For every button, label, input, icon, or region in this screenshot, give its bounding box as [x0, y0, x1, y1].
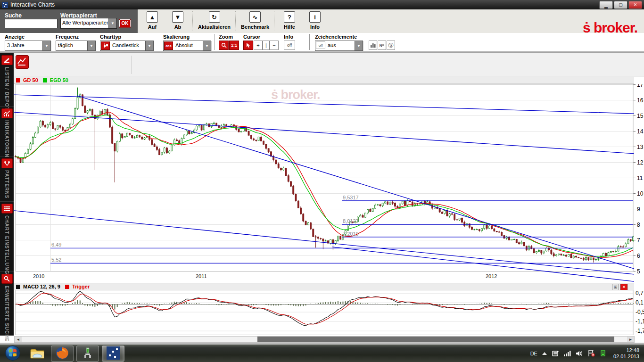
bar-chart-icon — [371, 42, 376, 49]
zoom-1to1-button[interactable]: 1:1 — [229, 41, 239, 50]
hilfe-button[interactable]: ?Hilfe — [277, 9, 302, 33]
cursor-vline-button[interactable]: | — [263, 41, 270, 50]
cursor-arrow-button[interactable] — [243, 41, 253, 50]
svg-text:6: 6 — [637, 253, 640, 259]
charts-app-icon — [106, 346, 120, 361]
svg-text:-1,7: -1,7 — [636, 328, 644, 334]
frequenz-dropdown[interactable]: täglich▼ — [56, 41, 96, 51]
charttyp-label: Charttyp — [100, 34, 121, 40]
splits-icon: Ⓢ — [388, 42, 394, 49]
taskbar-app-firefox[interactable] — [51, 346, 74, 362]
sidebar-item-indikatoren[interactable]: INDIKATOREN — [0, 107, 14, 156]
separator — [192, 11, 193, 31]
macd-legend-swatch — [16, 285, 20, 289]
chevron-down-icon[interactable]: ▼ — [108, 18, 116, 28]
charttyp-dropdown[interactable]: Candlestick▼ — [100, 41, 154, 51]
zeichenelemente-dropdown[interactable]: off aus▼ — [315, 41, 363, 51]
network-signal-icon[interactable] — [563, 350, 571, 357]
splits-button[interactable]: Ⓢ — [387, 41, 395, 50]
anzeige-label: Anzeige — [5, 34, 25, 40]
volume-bars-button[interactable] — [369, 41, 377, 50]
zoom-magnifier-button[interactable] — [219, 41, 229, 50]
zeichenelemente-label: Zeichenelemente — [315, 34, 357, 40]
search-input[interactable] — [5, 19, 58, 28]
benchmark-button[interactable]: ∿Benchmark — [238, 9, 272, 33]
horizontal-scrollbar[interactable]: ◄ ► — [14, 336, 635, 343]
clock-date: 02.01.2013 — [613, 354, 639, 360]
explorer-icon — [29, 346, 45, 361]
toolbar-button-label: Aktualisieren — [198, 24, 231, 30]
cursor-cross-button[interactable]: + — [254, 41, 263, 50]
scroll-thumb[interactable] — [257, 337, 614, 342]
language-indicator[interactable]: DE — [530, 351, 537, 356]
title-bar: Interactive Charts ▂ ▢ ✕ — [0, 0, 644, 9]
taskbar-clock[interactable]: 12:48 02.01.2013 — [611, 347, 639, 360]
skalierung-dropdown[interactable]: abs Absolut▼ — [163, 41, 211, 51]
question-icon: ? — [284, 11, 295, 23]
auf-button[interactable]: ▲Auf — [140, 9, 165, 33]
info-off-button[interactable]: off — [284, 41, 295, 50]
macd-legend-label: MACD 12, 26, 9 — [23, 284, 60, 289]
ok-button[interactable]: OK — [119, 19, 131, 28]
toolbar-button-label: Auf — [148, 24, 157, 30]
legend-swatch — [16, 78, 20, 82]
chevron-down-icon: ▼ — [355, 41, 363, 50]
sidebar-item-label: LISTEN / DEPOT — [4, 67, 9, 110]
remote-device-icon[interactable] — [552, 350, 559, 357]
separator — [274, 11, 275, 31]
macd-close-button[interactable]: ✕ — [620, 284, 627, 290]
chevron-down-icon: ▼ — [42, 41, 50, 50]
chevron-down-icon: ▼ — [87, 41, 95, 50]
taskbar-app-charts-app[interactable] — [102, 346, 124, 362]
firefox-icon — [55, 346, 69, 361]
macd-expand-button[interactable]: ⊞ — [612, 284, 619, 290]
legend-swatch — [43, 78, 47, 82]
svg-text:7,2019: 7,2019 — [343, 231, 359, 237]
patterns-icon — [1, 158, 13, 168]
svg-text:-0,5: -0,5 — [636, 309, 644, 315]
sidebar-item-erweiterte-suche[interactable]: ERWEITERTE SUCHE — [0, 272, 14, 336]
taskbar-app-explorer[interactable] — [26, 346, 48, 361]
news-button[interactable]: N≡ — [378, 41, 386, 50]
security-type-dropdown[interactable]: Alle Wertpapierarten ▼ — [60, 18, 117, 29]
svg-text:5,52: 5,52 — [51, 257, 61, 263]
cursor-label: Cursor — [243, 34, 260, 40]
taskbar-app-green-app[interactable] — [76, 346, 99, 362]
minimize-button[interactable]: ▂ — [599, 1, 613, 9]
aktualisieren-button[interactable]: ↻Aktualisieren — [195, 9, 233, 33]
taskbar-app-start-orb[interactable] — [2, 346, 24, 361]
action-center-flag-icon[interactable] — [587, 350, 595, 357]
cursor-hline-button[interactable]: − — [270, 41, 279, 50]
advanced-search-icon — [1, 274, 13, 284]
svg-text:14: 14 — [637, 128, 644, 135]
ab-button[interactable]: ▼Ab — [165, 9, 190, 33]
svg-text:15: 15 — [637, 113, 644, 119]
macd-panel[interactable]: 0,70,1-0,5-1,1-1,7 — [14, 290, 644, 336]
legend-label: EGD 50 — [50, 77, 68, 83]
maximize-button[interactable]: ▢ — [614, 1, 627, 9]
volume-icon[interactable] — [576, 350, 583, 357]
macd-chart[interactable]: 0,70,1-0,5-1,1-1,7 — [14, 290, 644, 336]
scroll-right-arrow[interactable]: ► — [627, 337, 634, 342]
frequenz-label: Frequenz — [56, 34, 79, 40]
abs-scale-icon: abs — [164, 41, 173, 50]
anzeige-dropdown[interactable]: 3 Jahre▼ — [5, 41, 51, 51]
news-icon: N≡ — [380, 43, 384, 48]
hidden-icons-icon[interactable] — [542, 351, 547, 356]
scroll-left-arrow[interactable]: ◄ — [15, 337, 22, 342]
arrow-up-icon: ▲ — [147, 11, 158, 23]
green-status-icon[interactable] — [600, 350, 606, 357]
svg-text:6,49: 6,49 — [51, 242, 61, 247]
svg-text:5: 5 — [637, 268, 640, 275]
sidebar-item-chart-einstellungen[interactable]: CHART EINSTELLUNGEN — [0, 202, 14, 272]
clock-time: 12:48 — [613, 347, 639, 354]
sidebar-item-listen-depot[interactable]: LISTEN / DEPOT — [0, 53, 14, 107]
quote-chart-icon[interactable] — [16, 55, 29, 69]
info-button[interactable]: iInfo — [302, 9, 328, 33]
close-button[interactable]: ✕ — [628, 1, 642, 9]
candlestick-chart[interactable]: 1716151413121110987652010201120129,53178… — [14, 84, 644, 283]
sidebar-item-patterns[interactable]: PATTERNS — [0, 156, 14, 202]
svg-text:2011: 2011 — [196, 273, 207, 279]
main-chart-panel[interactable]: 1716151413121110987652010201120129,53178… — [14, 84, 644, 283]
chart-settings-icon — [1, 204, 13, 214]
